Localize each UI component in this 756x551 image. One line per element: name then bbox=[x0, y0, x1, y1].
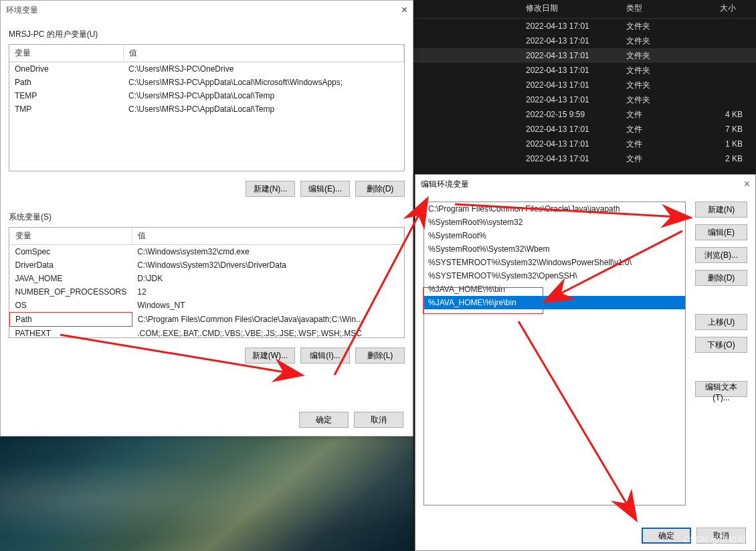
table-row[interactable]: PATHEXT.COM;.EXE;.BAT;.CMD;.VBS;.VBE;.JS… bbox=[10, 327, 404, 339]
sys-new-button[interactable]: 新建(W)... bbox=[245, 347, 295, 364]
col-size[interactable]: 大小 bbox=[701, 3, 741, 14]
table-row[interactable]: OneDriveC:\Users\MRSJ-PC\OneDrive bbox=[9, 62, 404, 76]
user-vars-table[interactable]: 变量 值 OneDriveC:\Users\MRSJ-PC\OneDrivePa… bbox=[9, 44, 405, 171]
path-entries-list[interactable]: C:\Program Files\Common Files\Oracle\Jav… bbox=[423, 202, 686, 505]
user-new-button[interactable]: 新建(N)... bbox=[246, 181, 295, 197]
col-type[interactable]: 类型 bbox=[621, 3, 701, 14]
table-row[interactable]: NUMBER_OF_PROCESSORS12 bbox=[10, 285, 404, 299]
edit-dialog-titlebar[interactable]: 编辑环境变量 × bbox=[415, 175, 755, 193]
list-item[interactable]: 2022-02-15 9:59文件4 KB bbox=[413, 107, 756, 122]
user-delete-button[interactable]: 删除(D) bbox=[355, 181, 405, 197]
desktop-wallpaper bbox=[0, 437, 413, 551]
path-entry[interactable]: C:\Program Files\Common Files\Oracle\Jav… bbox=[424, 202, 685, 216]
path-edit-button[interactable]: 编辑(E) bbox=[695, 224, 747, 240]
sys-col-var[interactable]: 变量 bbox=[10, 228, 132, 245]
sys-col-val[interactable]: 值 bbox=[132, 228, 403, 245]
path-entry[interactable]: %SystemRoot%\System32\Wbem bbox=[424, 242, 685, 256]
sys-edit-button[interactable]: 编辑(I)... bbox=[300, 347, 350, 364]
file-explorer-panel: 修改日期 类型 大小 2022-04-13 17:01文件夹2022-04-13… bbox=[413, 0, 756, 171]
close-icon[interactable]: × bbox=[744, 178, 750, 190]
path-entry[interactable]: %SystemRoot%\system32 bbox=[424, 216, 685, 229]
list-item[interactable]: 2022-04-13 17:01文件夹 bbox=[413, 63, 756, 78]
path-edit-text-button[interactable]: 编辑文本(T)... bbox=[695, 381, 747, 397]
dialog-title: 环境变量 bbox=[6, 5, 38, 16]
env-cancel-button[interactable]: 取消 bbox=[354, 412, 403, 428]
watermark: CSDN @信知阁 bbox=[683, 534, 745, 546]
table-row[interactable]: TMPC:\Users\MRSJ-PC\AppData\Local\Temp bbox=[9, 102, 404, 116]
edit-env-variable-dialog: 编辑环境变量 × C:\Program Files\Common Files\O… bbox=[415, 174, 756, 551]
path-entry[interactable]: %JAVA_HOME\%\jre\bin bbox=[424, 296, 685, 309]
path-new-button[interactable]: 新建(N) bbox=[695, 202, 747, 218]
list-item[interactable]: 2022-04-13 17:01文件夹 bbox=[413, 78, 756, 92]
table-row[interactable]: PathC:\Program Files\Common Files\Oracle… bbox=[10, 313, 404, 327]
path-browse-button[interactable]: 浏览(B)... bbox=[695, 247, 747, 263]
user-col-var[interactable]: 变量 bbox=[9, 45, 123, 62]
path-move-down-button[interactable]: 下移(O) bbox=[695, 337, 747, 353]
list-item[interactable]: 2022-04-13 17:01文件7 KB bbox=[413, 122, 756, 137]
path-entry[interactable]: %JAVA_HOME\%\bin bbox=[424, 283, 685, 296]
col-date[interactable]: 修改日期 bbox=[521, 3, 621, 14]
table-row[interactable]: OSWindows_NT bbox=[10, 299, 404, 313]
table-row[interactable]: ComSpecC:\Windows\system32\cmd.exe bbox=[10, 245, 404, 259]
list-item[interactable]: 2022-04-13 17:01文件夹 bbox=[413, 19, 756, 33]
path-entry[interactable]: %SYSTEMROOT%\System32\WindowsPowerShell\… bbox=[424, 256, 685, 269]
table-row[interactable]: DriverDataC:\Windows\System32\Drivers\Dr… bbox=[10, 258, 404, 272]
user-vars-label: MRSJ-PC 的用户变量(U) bbox=[9, 29, 405, 40]
list-item[interactable]: 2022-04-13 17:01文件夹 bbox=[413, 33, 756, 48]
path-delete-button[interactable]: 删除(D) bbox=[695, 270, 747, 286]
explorer-columns: 修改日期 类型 大小 bbox=[413, 0, 756, 19]
user-edit-button[interactable]: 编辑(E)... bbox=[300, 181, 350, 197]
path-move-up-button[interactable]: 上移(U) bbox=[695, 314, 747, 330]
table-row[interactable]: TEMPC:\Users\MRSJ-PC\AppData\Local\Temp bbox=[9, 89, 404, 102]
system-vars-table[interactable]: 变量 值 ComSpecC:\Windows\system32\cmd.exeD… bbox=[9, 227, 405, 338]
list-item[interactable]: 2022-04-13 17:01文件1 KB bbox=[413, 137, 756, 151]
dialog-titlebar[interactable]: 环境变量 × bbox=[1, 1, 413, 19]
env-ok-button[interactable]: 确定 bbox=[299, 412, 349, 428]
environment-variables-dialog: 环境变量 × MRSJ-PC 的用户变量(U) 变量 值 OneDriveC:\… bbox=[0, 0, 413, 437]
sys-vars-label: 系统变量(S) bbox=[9, 212, 405, 223]
list-item[interactable]: 2022-04-13 17:01文件2 KB bbox=[413, 151, 756, 166]
path-entry[interactable]: %SYSTEMROOT%\System32\OpenSSH\ bbox=[424, 269, 685, 283]
list-item[interactable]: 2022-04-13 17:01文件夹 bbox=[413, 48, 756, 63]
close-icon[interactable]: × bbox=[401, 4, 407, 16]
list-item[interactable]: 2022-04-13 17:01文件夹 bbox=[413, 92, 756, 107]
table-row[interactable]: PathC:\Users\MRSJ-PC\AppData\Local\Micro… bbox=[9, 76, 404, 89]
edit-dialog-title: 编辑环境变量 bbox=[421, 179, 469, 190]
sys-delete-button[interactable]: 删除(L) bbox=[355, 347, 405, 364]
table-row[interactable]: JAVA_HOMED:\JDK bbox=[10, 272, 404, 285]
user-col-val[interactable]: 值 bbox=[123, 45, 404, 62]
path-entry[interactable]: %SystemRoot% bbox=[424, 229, 685, 242]
